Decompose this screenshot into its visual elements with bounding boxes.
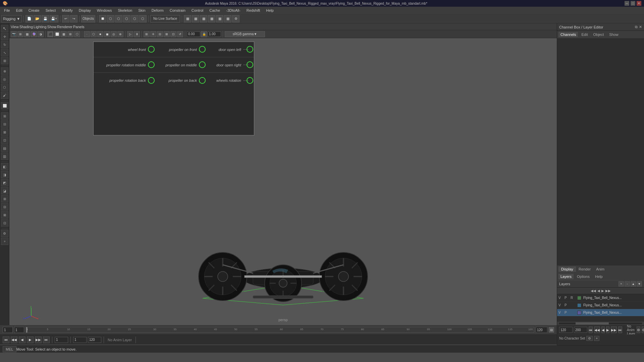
maximize-button[interactable]: □: [631, 1, 635, 6]
mode-dropdown[interactable]: Rigging ▼: [1, 15, 22, 22]
frame-range-end[interactable]: [88, 337, 101, 343]
render-btn4[interactable]: ▦: [208, 15, 215, 22]
br-range-input[interactable]: [574, 327, 587, 333]
timeline-range-btn[interactable]: ▤: [549, 327, 554, 333]
menu-create[interactable]: Create: [26, 8, 42, 13]
menu-redshift[interactable]: Redshift: [244, 8, 263, 13]
vp-color-mode[interactable]: sRGB gamma ▼: [225, 31, 265, 37]
br-btn4[interactable]: ▶: [606, 326, 609, 333]
menu-file[interactable]: File: [1, 8, 13, 13]
vp-value1[interactable]: [187, 32, 200, 37]
misc-7[interactable]: ⊠: [1, 211, 8, 219]
menu-edit[interactable]: Edit: [13, 8, 25, 13]
tab-object[interactable]: Object: [591, 32, 606, 37]
vp-mode1[interactable]: ⬛: [47, 31, 53, 37]
tab-show[interactable]: Show: [607, 32, 621, 37]
layer-row-2[interactable]: V P Flying_Taxi_Bell_Nexus...: [557, 309, 644, 316]
menu-constrain[interactable]: Constrain: [167, 8, 188, 13]
menu-select[interactable]: Select: [43, 8, 59, 13]
layer-new-btn[interactable]: +: [619, 281, 624, 287]
layer-scroll-left[interactable]: ◀: [597, 289, 600, 293]
menu-cache[interactable]: Cache: [207, 8, 223, 13]
play-back-step-btn[interactable]: ◀◀: [11, 337, 17, 343]
misc-1[interactable]: ◧: [1, 163, 8, 170]
br-settings1[interactable]: ⚙: [637, 326, 640, 333]
subtab-options[interactable]: Options: [575, 274, 592, 279]
vp-mode3[interactable]: ▦: [61, 31, 67, 37]
vp-play2[interactable]: ⏸: [134, 31, 140, 37]
vp-mode5[interactable]: ⬡: [74, 31, 80, 37]
tool-paint[interactable]: 🖌: [1, 92, 8, 99]
menu-display[interactable]: Display: [76, 8, 94, 13]
char-set-btn2[interactable]: +: [594, 336, 599, 341]
scale-tool-btn[interactable]: ⤡: [1, 49, 8, 56]
play-fwd-step-btn[interactable]: ▶▶: [35, 337, 42, 343]
open-file-button[interactable]: 📂: [34, 15, 41, 22]
vp-menu-view[interactable]: View: [11, 25, 19, 29]
br-frame-input[interactable]: [559, 327, 573, 333]
vp-light[interactable]: ◎: [111, 31, 117, 37]
right-close-btn[interactable]: ✕: [639, 25, 642, 29]
vp-transform[interactable]: ⊞: [144, 31, 150, 37]
extra-add[interactable]: ＋: [1, 238, 8, 245]
vp-film-btn[interactable]: ▦: [24, 31, 30, 37]
vp-val1-lock[interactable]: 🔒: [201, 31, 207, 37]
vp-camera-btn[interactable]: 📷: [11, 31, 17, 37]
vp-snap[interactable]: ✛: [150, 31, 156, 37]
tool2[interactable]: ⬡: [107, 15, 114, 22]
misc-6[interactable]: ⊟: [1, 203, 8, 210]
rotate-tool-btn[interactable]: ↻: [1, 41, 8, 48]
layout-3[interactable]: ⊠: [1, 128, 8, 136]
undo-button[interactable]: ↩: [62, 15, 69, 22]
layout-1[interactable]: ⊞: [1, 112, 8, 120]
frame-range-start[interactable]: [73, 337, 87, 343]
objects-btn[interactable]: Objects: [81, 15, 95, 22]
br-btn2[interactable]: ◀◀: [594, 326, 600, 333]
menu-modify[interactable]: Modify: [59, 8, 75, 13]
tab-display[interactable]: Display: [558, 266, 576, 272]
vp-shade-btn[interactable]: ◑: [38, 31, 44, 37]
render-btn7[interactable]: ⚙: [232, 15, 239, 22]
live-surface-button[interactable]: No Live Surface: [150, 15, 180, 22]
vp-pts[interactable]: ·: [84, 31, 90, 37]
br-btn5[interactable]: ▶▶: [611, 326, 617, 333]
tool-create1[interactable]: ⬜: [1, 102, 8, 109]
tool6[interactable]: ⬡: [139, 15, 147, 22]
misc-4[interactable]: ◪: [1, 187, 8, 194]
frame-end-input[interactable]: [536, 327, 547, 333]
tab-render[interactable]: Render: [576, 266, 593, 272]
render-btn1[interactable]: ▦: [184, 15, 191, 22]
vp-play1[interactable]: ▷: [127, 31, 133, 37]
layout-6[interactable]: ▥: [1, 153, 8, 160]
current-frame-display[interactable]: [55, 337, 68, 343]
select-tool[interactable]: 🔲: [99, 15, 106, 22]
vp-menu-show[interactable]: Show: [47, 25, 57, 29]
layer-scroll-left2[interactable]: ◀◀: [591, 289, 596, 293]
render-btn5[interactable]: ▦: [216, 15, 223, 22]
mel-button[interactable]: MEL: [3, 346, 16, 352]
vp-solid[interactable]: ■: [97, 31, 103, 37]
render-btn2[interactable]: ▦: [192, 15, 199, 22]
vp-focus[interactable]: ⊡: [170, 31, 176, 37]
br-btn1[interactable]: ⏮: [589, 326, 593, 333]
tool-manipulator[interactable]: ⊕: [1, 67, 8, 75]
vp-value2[interactable]: [208, 32, 221, 37]
select-tool-btn[interactable]: ↖: [1, 25, 8, 32]
timeline-bar[interactable]: 1 5 10 15 20 25 30 35 40 45 50 55: [0, 325, 557, 335]
new-scene-button[interactable]: 📄: [25, 15, 33, 22]
misc-2[interactable]: ◨: [1, 171, 8, 178]
br-btn3[interactable]: ◀: [601, 326, 605, 333]
tab-edit[interactable]: Edit: [579, 32, 590, 37]
menu-windows[interactable]: Windows: [94, 8, 115, 13]
menu-deform[interactable]: Deform: [149, 8, 166, 13]
tool4[interactable]: ⬡: [123, 15, 130, 22]
tab-channels[interactable]: Channels: [558, 32, 578, 37]
layout-5[interactable]: ▤: [1, 144, 8, 152]
render-btn6[interactable]: ▦: [224, 15, 231, 22]
last-tool-btn[interactable]: ⊞: [1, 57, 8, 64]
vp-grid-btn[interactable]: ⊞: [17, 31, 23, 37]
tool-lasso[interactable]: ⬡: [1, 83, 8, 91]
vp-mode4[interactable]: ⊞: [67, 31, 73, 37]
vp-render-btn[interactable]: 🔮: [31, 31, 37, 37]
layer-del-btn[interactable]: -: [625, 281, 630, 287]
